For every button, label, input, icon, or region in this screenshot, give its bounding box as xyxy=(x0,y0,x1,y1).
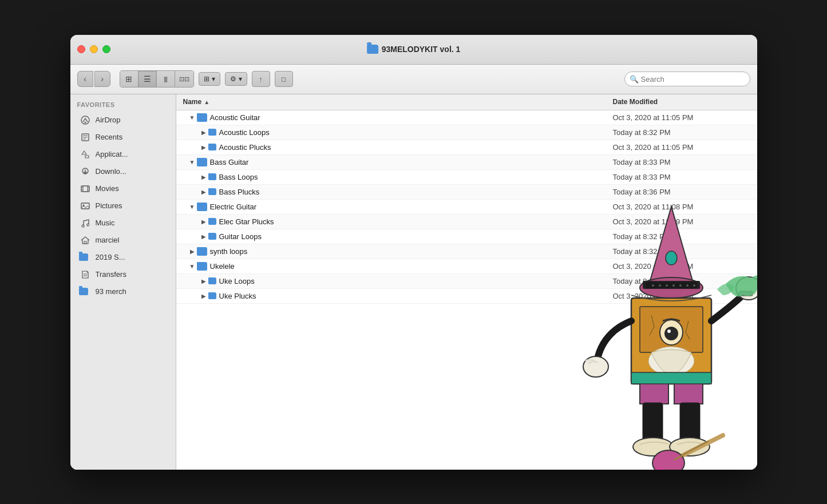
folder-icon xyxy=(197,203,207,211)
maximize-button[interactable] xyxy=(102,45,110,53)
row-filename: Electric Guitar xyxy=(210,203,257,211)
row-date: Oct 3, 2020 at 11:09 PM xyxy=(613,217,750,226)
file-row-synth-loops[interactable]: ▶ synth loops Today at 8:32 PM xyxy=(176,244,757,259)
back-button[interactable]: ‹ xyxy=(77,71,93,87)
folder-icon xyxy=(208,144,216,150)
main-content: Favorites AirDrop xyxy=(70,94,757,470)
sidebar-item-2019s[interactable]: 2019 S... xyxy=(73,249,173,266)
file-row-guitar-loops[interactable]: ▶ Guitar Loops Today at 8:32 PM xyxy=(176,229,757,244)
action-button[interactable]: ⚙ ▾ xyxy=(225,72,247,86)
disclosure-triangle[interactable]: ▼ xyxy=(188,157,197,166)
home-icon xyxy=(80,235,91,246)
grid-view-icon: ⊞ xyxy=(125,74,132,84)
file-row-acoustic-plucks[interactable]: ▶ Acoustic Plucks Oct 3, 2020 at 11:05 P… xyxy=(176,140,757,155)
file-rows-container: ▼ Acoustic Guitar Oct 3, 2020 at 11:05 P… xyxy=(176,110,757,304)
minimize-button[interactable] xyxy=(90,45,98,53)
disclosure-triangle[interactable]: ▶ xyxy=(199,142,208,152)
row-filename: synth loops xyxy=(210,247,248,256)
sidebar-item-93merch[interactable]: 93 merch xyxy=(73,283,173,300)
sidebar-item-downloads[interactable]: Downlo... xyxy=(73,163,173,180)
sidebar-label-93merch: 93 merch xyxy=(96,287,126,296)
view-icon-button[interactable]: ⊞ xyxy=(120,71,139,87)
view-gallery-button[interactable]: ⊡⊡ xyxy=(175,71,193,87)
row-filename: Acoustic Plucks xyxy=(219,143,271,152)
disclosure-triangle[interactable]: ▶ xyxy=(199,217,208,226)
svg-rect-7 xyxy=(81,186,89,192)
sidebar-item-applications[interactable]: Applicat... xyxy=(73,146,173,163)
svg-point-38 xyxy=(633,438,673,456)
file-row-ukelele[interactable]: ▼ Ukelele Oct 3, 2020 at 11:07 PM xyxy=(176,259,757,274)
file-row-bass-loops[interactable]: ▶ Bass Loops Today at 8:33 PM xyxy=(176,170,757,185)
file-row-uke-plucks[interactable]: ▶ Uke Plucks Oct 3, 2020 at 11:06 PM xyxy=(176,289,757,304)
close-button[interactable] xyxy=(77,45,85,53)
sidebar-item-marciel[interactable]: marciel xyxy=(73,232,173,249)
share-button[interactable]: ↑ xyxy=(252,71,270,87)
forward-button[interactable]: › xyxy=(94,71,110,87)
disclosure-triangle[interactable]: ▶ xyxy=(188,247,197,256)
row-date: Oct 3, 2020 at 11:07 PM xyxy=(613,262,750,271)
list-view-icon: ☰ xyxy=(144,74,151,84)
title-folder-icon xyxy=(367,45,378,54)
row-filename: Uke Loops xyxy=(219,277,255,285)
file-row-acoustic-loops[interactable]: ▶ Acoustic Loops Today at 8:32 PM xyxy=(176,125,757,140)
sidebar-item-music[interactable]: Music xyxy=(73,215,173,232)
svg-rect-36 xyxy=(643,403,663,443)
view-mode-buttons: ⊞ ☰ ||| ⊡⊡ xyxy=(120,70,194,88)
file-row-acoustic-guitar[interactable]: ▼ Acoustic Guitar Oct 3, 2020 at 11:05 P… xyxy=(176,110,757,125)
view-columns-button[interactable]: ||| xyxy=(157,71,175,87)
column-name-header[interactable]: Name ▲ xyxy=(183,98,613,106)
disclosure-triangle[interactable]: ▶ xyxy=(199,232,208,241)
file-row-bass-guitar[interactable]: ▼ Bass Guitar Today at 8:33 PM xyxy=(176,155,757,170)
row-filename: Uke Plucks xyxy=(219,292,256,300)
folder-2019-icon xyxy=(80,252,91,263)
row-date: Today at 8:32 PM xyxy=(613,277,750,285)
sidebar-label-marciel: marciel xyxy=(96,236,120,244)
forward-icon: › xyxy=(101,74,104,84)
sidebar-label-applications: Applicat... xyxy=(96,150,128,158)
title-center: 93MELODYKIT vol. 1 xyxy=(367,45,461,54)
file-row-elec-gtar-plucks[interactable]: ▶ Elec Gtar Plucks Oct 3, 2020 at 11:09 … xyxy=(176,215,757,229)
file-row-uke-loops[interactable]: ▶ Uke Loops Today at 8:32 PM xyxy=(176,274,757,289)
row-filename: Bass Guitar xyxy=(210,158,249,166)
row-filename: Elec Gtar Plucks xyxy=(219,217,274,226)
sidebar-label-movies: Movies xyxy=(96,184,119,193)
window-title: 93MELODYKIT vol. 1 xyxy=(382,45,461,54)
transfers-icon xyxy=(80,269,91,280)
row-name: ▶ Uke Loops xyxy=(183,276,613,285)
disclosure-triangle[interactable]: ▶ xyxy=(199,172,208,181)
tag-button[interactable]: ◻ xyxy=(275,71,293,87)
disclosure-triangle[interactable]: ▶ xyxy=(199,128,208,137)
row-date: Oct 3, 2020 at 11:05 PM xyxy=(613,143,750,152)
search-bar[interactable]: 🔍 xyxy=(624,72,750,86)
row-name: ▶ Bass Plucks xyxy=(183,187,613,196)
disclosure-triangle[interactable]: ▼ xyxy=(188,113,197,122)
disclosure-triangle[interactable]: ▼ xyxy=(188,202,197,211)
column-date-header[interactable]: Date Modified xyxy=(613,98,750,106)
sidebar-item-transfers[interactable]: Transfers xyxy=(73,266,173,283)
folder-icon xyxy=(197,158,207,166)
view-list-button[interactable]: ☰ xyxy=(139,71,157,87)
sidebar-item-recents[interactable]: Recents xyxy=(73,129,173,146)
sidebar-section-favorites: Favorites xyxy=(70,101,176,112)
columns-view-icon: ||| xyxy=(164,76,167,82)
disclosure-triangle[interactable]: ▶ xyxy=(199,291,208,300)
row-filename: Acoustic Guitar xyxy=(210,113,260,122)
applications-icon xyxy=(80,149,91,160)
disclosure-triangle[interactable]: ▼ xyxy=(188,261,197,271)
sidebar-item-movies[interactable]: Movies xyxy=(73,180,173,197)
svg-rect-34 xyxy=(674,381,703,404)
sidebar-item-pictures[interactable]: Pictures xyxy=(73,197,173,215)
file-row-electric-guitar[interactable]: ▼ Electric Guitar Oct 3, 2020 at 11:08 P… xyxy=(176,200,757,215)
disclosure-triangle[interactable]: ▶ xyxy=(199,187,208,196)
sidebar-item-airdrop[interactable]: AirDrop xyxy=(73,112,173,129)
row-name: ▶ Uke Plucks xyxy=(183,291,613,300)
title-bar: 93MELODYKIT vol. 1 xyxy=(70,35,757,65)
disclosure-triangle[interactable]: ▶ xyxy=(199,276,208,285)
svg-point-30 xyxy=(583,356,608,377)
row-filename: Guitar Loops xyxy=(219,232,262,241)
search-input[interactable] xyxy=(641,75,745,84)
group-button[interactable]: ⊞ ▾ xyxy=(199,72,220,86)
file-row-bass-plucks[interactable]: ▶ Bass Plucks Today at 8:36 PM xyxy=(176,185,757,200)
row-name: ▶ synth loops xyxy=(183,247,613,256)
music-icon xyxy=(80,217,91,229)
